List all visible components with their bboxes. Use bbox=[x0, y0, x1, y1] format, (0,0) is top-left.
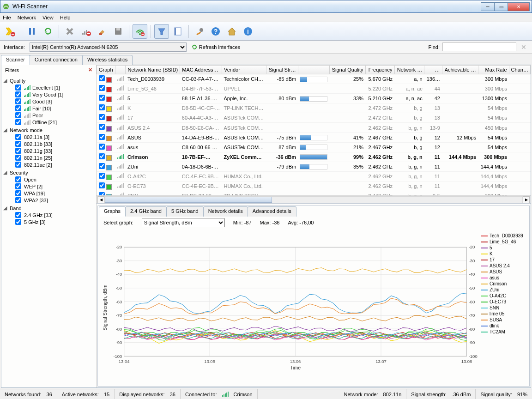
filter-item[interactable]: WPA [19] bbox=[15, 190, 94, 197]
column-header[interactable]: Frequency bbox=[365, 66, 394, 74]
find-clear-icon[interactable]: ✕ bbox=[519, 43, 528, 51]
table-row[interactable]: Crimson10-7B-EF-…ZyXEL Comm…-36 dBm99%2,… bbox=[97, 152, 531, 162]
filter-group[interactable]: ◢Security bbox=[3, 169, 94, 176]
row-checkbox[interactable] bbox=[99, 192, 105, 195]
table-row[interactable]: ZUni0A-18-D6-6B-…-79 dBm35%2,462 GHzb, g… bbox=[97, 162, 531, 171]
column-header[interactable] bbox=[115, 66, 126, 74]
home-button[interactable] bbox=[224, 24, 239, 39]
menu-help[interactable]: Help bbox=[60, 15, 71, 20]
row-checkbox[interactable] bbox=[99, 153, 105, 159]
table-row[interactable]: 1760-A4-4C-A3-…ASUSTek COM…2,472 GHzb, g… bbox=[97, 113, 531, 123]
filter-checkbox[interactable] bbox=[15, 155, 21, 161]
menu-view[interactable]: View bbox=[42, 15, 54, 20]
table-row[interactable]: ASUS14-DA-E9-BB-…ASUSTek COM…-75 dBm41%2… bbox=[97, 133, 531, 142]
column-header[interactable]: Graph bbox=[97, 66, 115, 74]
filter-item[interactable]: 802.11a [3] bbox=[15, 133, 94, 140]
row-checkbox[interactable] bbox=[99, 104, 105, 110]
column-header[interactable]: Network Name (SSID) bbox=[126, 66, 180, 74]
filter-checkbox[interactable] bbox=[15, 98, 21, 104]
filter-checkbox[interactable] bbox=[15, 176, 21, 182]
column-header[interactable]: Achievable … bbox=[442, 66, 478, 74]
filter-item[interactable]: Excellent [1] bbox=[15, 84, 94, 91]
tab-network-details[interactable]: Network details bbox=[203, 206, 248, 217]
filter-item[interactable]: 802.11g [33] bbox=[15, 147, 94, 154]
column-header[interactable]: Network … bbox=[394, 66, 424, 74]
column-header[interactable]: Chan… bbox=[509, 66, 530, 74]
filter-item[interactable]: WPA2 [33] bbox=[15, 197, 94, 204]
table-row[interactable]: Tech_D0003939CC-03-FA-47-…Technicolor CH… bbox=[97, 74, 531, 84]
row-checkbox[interactable] bbox=[99, 85, 105, 91]
clear-button[interactable] bbox=[95, 24, 109, 39]
filter-checkbox[interactable] bbox=[15, 183, 21, 189]
filter-checkbox[interactable] bbox=[15, 197, 21, 203]
filter-item[interactable]: 2.4 GHz [33] bbox=[15, 212, 94, 218]
filter-item[interactable]: Poor bbox=[15, 112, 94, 119]
close-button[interactable]: ✕ bbox=[508, 2, 530, 11]
column-header[interactable]: … bbox=[424, 66, 442, 74]
filter-checkbox[interactable] bbox=[15, 91, 21, 97]
tab-current-connection[interactable]: Current connection bbox=[30, 55, 83, 65]
info-button[interactable]: i bbox=[241, 24, 255, 39]
filter-group[interactable]: ◢Band bbox=[3, 205, 94, 212]
row-checkbox[interactable] bbox=[99, 163, 105, 169]
pause-button[interactable] bbox=[24, 24, 39, 39]
filter-checkbox[interactable] bbox=[15, 119, 21, 125]
table-row[interactable]: Lime_5G_46D4-BF-7F-53-…UPVEL5,220 GHza, … bbox=[97, 84, 531, 94]
filter-item[interactable]: 802.11b [33] bbox=[15, 140, 94, 147]
scan-stop-button[interactable] bbox=[3, 24, 18, 39]
column-header[interactable] bbox=[298, 66, 329, 74]
filter-checkbox[interactable] bbox=[15, 212, 21, 218]
filter-item[interactable]: Offline [21] bbox=[15, 119, 94, 126]
notes-button[interactable] bbox=[170, 24, 185, 39]
filter-checkbox[interactable] bbox=[15, 162, 21, 168]
row-checkbox[interactable] bbox=[99, 75, 105, 81]
scan-wifi-button[interactable] bbox=[133, 24, 147, 39]
filter-item[interactable]: Fair [10] bbox=[15, 105, 94, 112]
filter-checkbox[interactable] bbox=[15, 148, 21, 154]
maximize-button[interactable]: ▭ bbox=[494, 2, 508, 11]
save-button[interactable] bbox=[111, 24, 126, 39]
filter-item[interactable]: Very Good [1] bbox=[15, 91, 94, 98]
find-input[interactable] bbox=[442, 42, 516, 51]
column-header[interactable]: MAC Address… bbox=[180, 66, 222, 74]
table-row[interactable]: asusC8-60-00-66-…ASUSTek COM…-87 dBm21%2… bbox=[97, 142, 531, 152]
row-checkbox[interactable] bbox=[99, 134, 105, 140]
filter-checkbox[interactable] bbox=[15, 190, 21, 196]
delete-button[interactable] bbox=[62, 24, 77, 39]
filter-checkbox[interactable] bbox=[15, 112, 21, 118]
filter-group[interactable]: ◢Quality bbox=[3, 77, 94, 84]
filters-close-icon[interactable]: ✕ bbox=[88, 67, 92, 73]
network-grid[interactable]: GraphNetwork Name (SSID)MAC Address…Vend… bbox=[97, 65, 531, 195]
column-header[interactable]: Vendor bbox=[222, 66, 266, 74]
table-row[interactable]: O-EC73CC-4E-EC-9B…HUMAX Co., Ltd.2,462 G… bbox=[97, 181, 531, 191]
tab-scanner[interactable]: Scanner bbox=[1, 55, 30, 65]
filter-item[interactable]: 802.11ac [2] bbox=[15, 161, 94, 168]
row-checkbox[interactable] bbox=[99, 144, 105, 150]
help-button[interactable]: ? bbox=[208, 24, 223, 39]
interface-select[interactable]: Intel(R) Centrino(R) Advanced-N 6205 bbox=[30, 42, 187, 52]
settings-button[interactable] bbox=[192, 24, 207, 39]
grid-hscrollbar[interactable]: ◀ ▶ bbox=[97, 195, 531, 203]
filter-item[interactable]: 802.11n [25] bbox=[15, 154, 94, 161]
table-row[interactable]: 588-1F-A1-36-…Apple, Inc.-80 dBm33%5,210… bbox=[97, 94, 531, 103]
filter-checkbox[interactable] bbox=[15, 134, 21, 140]
scroll-right-icon[interactable]: ▶ bbox=[523, 196, 530, 203]
row-checkbox[interactable] bbox=[99, 173, 105, 179]
filter-checkbox[interactable] bbox=[15, 141, 21, 147]
filter-checkbox[interactable] bbox=[15, 85, 21, 91]
row-checkbox[interactable] bbox=[99, 95, 105, 101]
minimize-button[interactable]: ─ bbox=[481, 2, 495, 11]
table-row[interactable]: ASUS 2.4D8-50-E6-CA-…ASUSTek COM…2,462 G… bbox=[97, 123, 531, 133]
row-checkbox[interactable] bbox=[99, 182, 105, 188]
refresh-button[interactable] bbox=[41, 24, 55, 39]
filter-group[interactable]: ◢Network mode bbox=[3, 127, 94, 133]
refresh-interfaces-link[interactable]: Refresh interfaces bbox=[191, 44, 240, 50]
table-row[interactable]: KD8-5D-4C-CF-…TP-LINK TECH…2,472 GHzb, g… bbox=[97, 103, 531, 113]
tab-advanced-details[interactable]: Advanced details bbox=[248, 206, 296, 217]
table-row[interactable]: O-A42CCC-4E-EC-9B…HUMAX Co., Ltd.2,462 G… bbox=[97, 171, 531, 181]
filter-button[interactable] bbox=[154, 24, 169, 39]
menu-file[interactable]: File bbox=[3, 15, 11, 20]
menu-network[interactable]: Network bbox=[18, 15, 36, 20]
tab-5ghz[interactable]: 5 GHz band bbox=[166, 206, 204, 217]
row-checkbox[interactable] bbox=[99, 124, 105, 130]
